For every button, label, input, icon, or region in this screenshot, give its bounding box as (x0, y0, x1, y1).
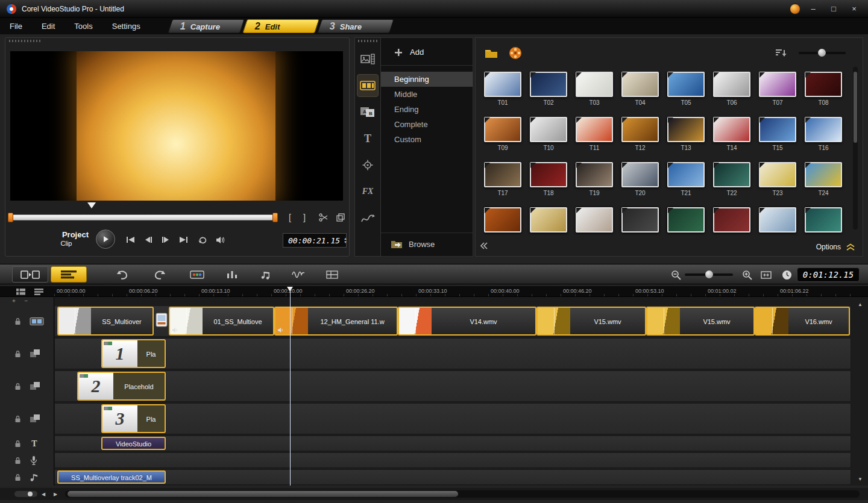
video-clip[interactable]: 12_HM_General 11.w (274, 307, 398, 336)
template-thumbnail[interactable]: T09 (483, 117, 523, 151)
scroll-down-icon[interactable]: ▼ (858, 476, 863, 482)
music-track[interactable]: SS_Multioverlay track02_M (54, 469, 851, 485)
overlay-track-1[interactable]: 1Pla (54, 338, 851, 369)
volume-button[interactable] (213, 234, 228, 245)
ripple-edit-lock-icon[interactable] (14, 383, 21, 390)
mark-in-button[interactable]: [ (283, 211, 297, 223)
category-item-complete[interactable]: Complete (381, 117, 473, 132)
enlarge-preview-button[interactable] (333, 211, 348, 223)
scrubber-position-marker[interactable] (87, 202, 96, 208)
category-item-beginning[interactable]: Beginning (381, 72, 473, 87)
overlay-track-icon[interactable] (30, 381, 41, 391)
template-thumbnail[interactable]: T05 (666, 72, 706, 106)
template-thumbnail[interactable]: T20 (620, 162, 660, 196)
template-thumbnail[interactable]: T13 (666, 117, 706, 151)
video-clip[interactable]: V15.wmv (646, 307, 755, 336)
template-thumbnail[interactable]: T19 (574, 162, 614, 196)
scroll-up-icon[interactable]: ▲ (858, 302, 863, 307)
sort-button[interactable] (772, 45, 789, 61)
thumbnail-size-slider[interactable] (799, 52, 846, 54)
template-thumbnail[interactable]: T16 (804, 117, 843, 151)
wave-editor-button[interactable] (288, 269, 309, 281)
track-header-voice[interactable] (0, 452, 54, 468)
trim-end-handle[interactable] (272, 213, 278, 222)
video-clip[interactable]: V14.wmv (398, 307, 536, 336)
next-frame-button[interactable] (159, 234, 173, 245)
media-icon[interactable] (357, 48, 379, 70)
fit-project-button[interactable] (756, 269, 776, 281)
template-thumbnail[interactable]: T23 (758, 162, 797, 196)
zoom-slider-knob[interactable] (705, 270, 713, 278)
video-track-icon[interactable] (30, 316, 44, 326)
template-thumbnail[interactable]: T18 (529, 162, 568, 196)
maximize-button[interactable]: □ (826, 3, 841, 15)
project-mode-label[interactable]: Project (44, 230, 89, 239)
template-thumbnail[interactable]: T07 (758, 72, 797, 106)
template-thumbnail[interactable]: T21 (666, 162, 706, 196)
template-thumbnail[interactable] (804, 207, 843, 233)
home-button[interactable] (124, 234, 138, 245)
filter-icon[interactable]: FX (357, 180, 379, 203)
template-thumbnail[interactable]: T08 (804, 72, 843, 106)
preview-timecode[interactable]: 00:00:21.15 ▲▼ (283, 233, 347, 248)
template-thumbnail[interactable] (758, 207, 797, 233)
duration-clock-button[interactable] (776, 269, 797, 281)
template-thumbnail[interactable] (620, 207, 660, 233)
timeline-ruler[interactable]: 00:00:00.0000:00:06.2000:00:13.1000:00:2… (0, 286, 868, 297)
open-folder-button[interactable] (483, 45, 500, 61)
timeline-view-button[interactable] (51, 266, 87, 283)
trim-start-handle[interactable] (8, 213, 13, 222)
timeline-mini-zoom[interactable] (14, 491, 37, 497)
graphic-icon[interactable] (357, 154, 379, 177)
video-clip[interactable]: V15.wmv (536, 307, 646, 336)
overlay-clip-1[interactable]: 1Pla (101, 339, 166, 368)
template-thumbnail[interactable]: T22 (712, 162, 752, 196)
ripple-edit-lock-icon[interactable] (14, 317, 21, 325)
voice-track-icon[interactable] (30, 455, 38, 465)
ripple-edit-lock-icon[interactable] (14, 415, 21, 423)
template-thumbnail[interactable]: T02 (529, 72, 568, 106)
template-thumbnail[interactable]: T24 (804, 162, 843, 196)
track-header-music[interactable] (0, 469, 54, 485)
split-clip-button[interactable] (316, 211, 331, 223)
tab-share[interactable]: 3Share (317, 19, 394, 33)
tab-capture[interactable]: 1Capture (168, 19, 244, 33)
options-button[interactable]: Options (816, 243, 855, 251)
menu-settings[interactable]: Settings (102, 19, 150, 34)
playhead[interactable] (290, 287, 291, 486)
previous-frame-button[interactable] (141, 234, 156, 245)
template-thumbnail[interactable]: T06 (712, 72, 752, 106)
film-reel-button[interactable] (507, 45, 524, 61)
overlay-track-3[interactable]: 3Pla (54, 403, 851, 434)
template-thumbnail[interactable]: T12 (620, 117, 660, 151)
clip-mode-label[interactable]: Clip (44, 240, 89, 247)
menu-edit[interactable]: Edit (32, 19, 64, 34)
transition-icon[interactable]: AB (357, 101, 379, 123)
overlay-clip-3[interactable]: 3Pla (101, 404, 166, 433)
slider-knob[interactable] (818, 49, 826, 57)
template-thumbnail[interactable] (483, 207, 523, 233)
hscroll-thumb[interactable] (68, 491, 458, 497)
collapse-panel-button[interactable] (478, 240, 490, 251)
playhead-marker[interactable] (287, 287, 293, 292)
ripple-edit-lock-icon[interactable] (14, 350, 21, 358)
gallery-scrollbar[interactable] (853, 67, 858, 230)
spin-down-icon[interactable]: ▼ (344, 240, 347, 244)
menu-file[interactable]: File (0, 19, 32, 34)
title-track-icon[interactable]: T (30, 439, 39, 448)
voice-track[interactable] (54, 452, 851, 468)
video-track[interactable]: SS_Multiover01_SS_Multiove12_HM_General … (54, 305, 851, 337)
template-thumbnail[interactable] (666, 207, 706, 233)
scroll-left-button[interactable]: ◀ (37, 490, 49, 498)
music-track-icon[interactable] (30, 472, 39, 482)
browse-button[interactable]: Browse (381, 233, 473, 256)
panel-drag-handle[interactable] (358, 40, 377, 42)
template-thumbnail[interactable] (574, 207, 614, 233)
video-clip[interactable]: 01_SS_Multiove (169, 307, 274, 336)
timeline-zoom-slider[interactable] (685, 273, 733, 276)
record-capture-button[interactable] (187, 269, 207, 281)
video-clip[interactable]: V16.wmv (755, 307, 850, 336)
overlay-track-icon[interactable] (30, 349, 41, 358)
template-thumbnail[interactable]: T14 (712, 117, 752, 151)
close-button[interactable]: × (846, 3, 862, 15)
